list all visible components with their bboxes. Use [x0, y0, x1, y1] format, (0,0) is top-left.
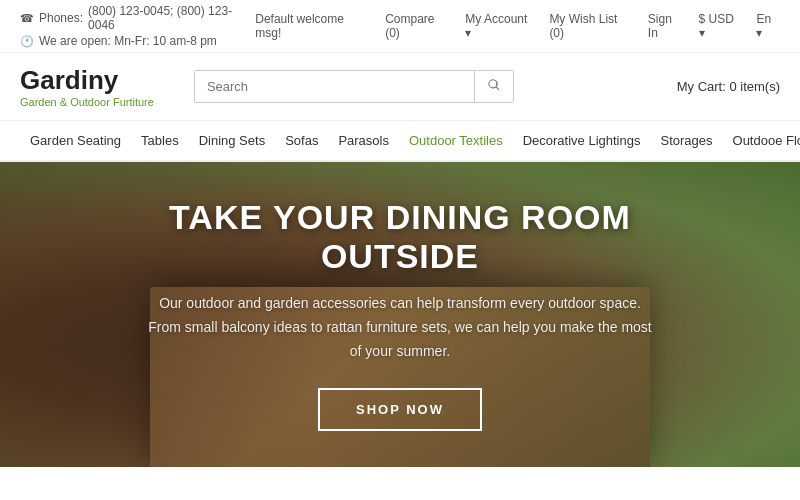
phone-icon — [20, 12, 34, 25]
phone-info: Phones: (800) 123-0045; (800) 123-0046 — [20, 4, 255, 32]
welcome-msg: Default welcome msg! — [255, 12, 371, 40]
nav-item-garden-seating[interactable]: Garden Seating — [20, 121, 131, 160]
logo-tagline: Garden & Outdoor Furtiture — [20, 96, 154, 108]
hero-description: Our outdoor and garden accessories can h… — [148, 292, 651, 363]
main-nav: Garden SeatingTablesDining SetsSofasPara… — [0, 121, 800, 162]
cart-label: My Cart: 0 item(s) — [677, 79, 780, 94]
search-icon — [487, 78, 501, 92]
top-bar: Phones: (800) 123-0045; (800) 123-0046 W… — [0, 0, 800, 53]
phone-label: Phones: — [39, 11, 83, 25]
nav-item-decorative-lightings[interactable]: Decorative Lightings — [513, 121, 651, 160]
nav-item-parasols[interactable]: Parasols — [328, 121, 399, 160]
account-chevron-icon: ▾ — [465, 26, 471, 40]
nav-item-outdoor-textiles[interactable]: Outdoor Textiles — [399, 121, 513, 160]
language-selector[interactable]: En ▾ — [756, 12, 780, 40]
search-button[interactable] — [474, 71, 513, 102]
nav-item-tables[interactable]: Tables — [131, 121, 189, 160]
logo-name: Gardiny — [20, 65, 154, 96]
logo[interactable]: Gardiny Garden & Outdoor Furtiture — [20, 65, 154, 108]
my-account-link[interactable]: My Account ▾ — [465, 12, 535, 40]
header: Gardiny Garden & Outdoor Furtiture My Ca… — [0, 53, 800, 121]
hours-info: We are open: Mn-Fr: 10 am-8 pm — [20, 34, 255, 48]
shop-now-button[interactable]: SHOP NOW — [318, 388, 482, 431]
hours-label: We are open: Mn-Fr: 10 am-8 pm — [39, 34, 217, 48]
sign-in-link[interactable]: Sign In — [648, 12, 685, 40]
compare-link[interactable]: Compare (0) — [385, 12, 451, 40]
top-bar-right: Default welcome msg! Compare (0) My Acco… — [255, 12, 780, 40]
top-bar-left: Phones: (800) 123-0045; (800) 123-0046 W… — [20, 4, 255, 48]
hero-content: TAKE YOUR DINING ROOMOUTSIDE Our outdoor… — [128, 178, 671, 451]
nav-item-storages[interactable]: Storages — [650, 121, 722, 160]
nav-item-sofas[interactable]: Sofas — [275, 121, 328, 160]
wishlist-link[interactable]: My Wish List (0) — [549, 12, 633, 40]
cart-info[interactable]: My Cart: 0 item(s) — [677, 79, 780, 94]
language-chevron-icon: ▾ — [756, 26, 762, 40]
search-box[interactable] — [194, 70, 514, 103]
currency-selector[interactable]: $ USD ▾ — [699, 12, 743, 40]
phone-numbers: (800) 123-0045; (800) 123-0046 — [88, 4, 255, 32]
nav-item-outdooe-floors[interactable]: Outdooe Floors — [723, 121, 800, 160]
currency-chevron-icon: ▾ — [699, 26, 705, 40]
search-input[interactable] — [195, 71, 474, 102]
hero-section: TAKE YOUR DINING ROOMOUTSIDE Our outdoor… — [0, 162, 800, 467]
hero-title: TAKE YOUR DINING ROOMOUTSIDE — [148, 198, 651, 276]
nav-item-dining-sets[interactable]: Dining Sets — [189, 121, 275, 160]
clock-icon — [20, 35, 34, 48]
